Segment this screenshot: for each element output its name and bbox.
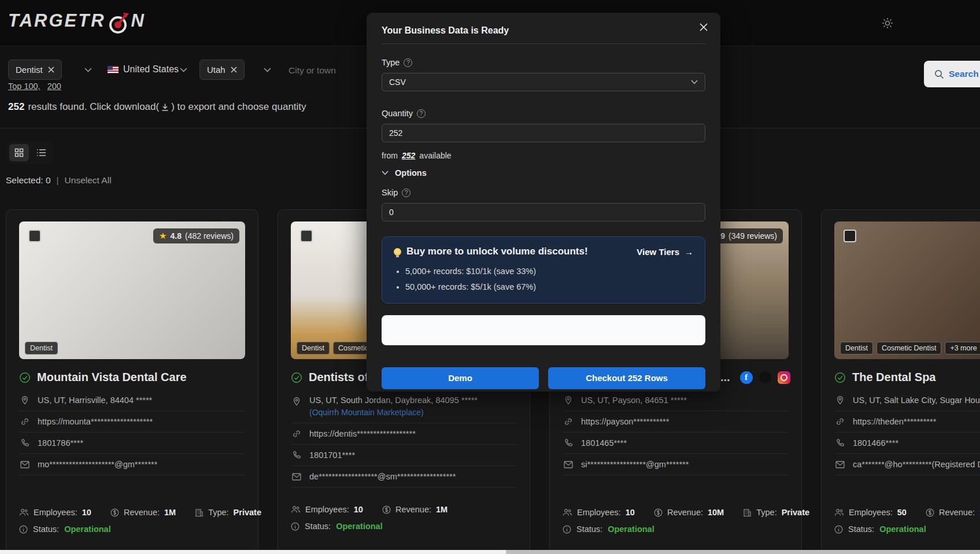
people-icon [291,505,301,514]
revenue-group: Revenue: 10M [654,508,724,517]
skip-field-label: Skip ? [382,188,705,197]
business-details: US, UT, Payson, 84651 ***** https://pays… [563,390,789,475]
email-row: ca*******@ho*********(Registered D [834,454,980,475]
state-chip-label: Utah [207,65,225,75]
quantity-input[interactable] [382,124,705,142]
mail-icon [835,461,845,468]
employees-label: Employees: [577,508,621,517]
arrow-right-icon: → [685,247,693,257]
category-filter-chip[interactable]: Dentist [8,60,62,80]
top-100-link[interactable]: Top 100, [8,82,40,91]
discount-bullet-list: 5,000+ records: $10/1k (save 33%) 50,000… [394,264,693,295]
status-value: Operational [336,522,383,531]
from-label: from [382,151,398,160]
state-dropdown-chevron-icon[interactable] [264,68,271,72]
business-card: ★ 4.8 (482 reviews) Dentist Mountain Vis… [6,209,258,554]
employees-label: Employees: [305,505,349,514]
help-icon[interactable]: ? [417,109,426,118]
tag: +3 more [945,342,980,354]
view-tiers-link[interactable]: View Tiers → [637,247,693,257]
select-checkbox[interactable] [844,230,856,242]
people-icon [834,508,844,516]
app-logo[interactable]: TARGETR N [8,9,146,32]
link-icon [564,417,574,426]
search-button[interactable]: Search [924,61,980,87]
location-text: US, UT, Harrisville, 84404 ***** [38,396,152,405]
phone-text: 1801465**** [581,438,627,448]
state-filter-chip[interactable]: Utah [199,60,245,80]
tag: Dentist [840,342,873,354]
mail-icon [20,461,30,468]
help-icon[interactable]: ? [404,58,412,67]
business-name[interactable]: Mountain Vista Dental Care [37,371,187,384]
phone-row: 1801466**** [834,433,980,454]
available-count-link[interactable]: 252 [402,151,415,160]
list-view-button[interactable] [31,144,51,161]
available-line: from 252 available [382,151,705,160]
checkout-button[interactable]: Checkout 252 Rows [548,367,705,389]
target-dart-icon [107,12,130,35]
rating-badge: ★ 4.8 (482 reviews) [153,228,239,243]
close-icon[interactable] [700,23,708,31]
business-photo[interactable]: Dentist Cosmetic Dentist +3 more [834,221,980,359]
people-icon [563,508,572,516]
select-checkbox[interactable] [28,230,41,242]
unselect-all-link[interactable]: Unselect All [65,175,112,186]
horizontal-scrollbar[interactable] [0,550,980,554]
type-group: Type: Private [743,508,809,517]
top-200-link[interactable]: 200 [47,82,61,91]
business-details: US, UT, Harrisville, 84404 ***** https:/… [19,390,245,475]
theme-toggle-button[interactable] [879,15,896,31]
location-row: US, UT, Harrisville, 84404 ***** [19,390,245,411]
revenue-value: 10M [708,508,724,517]
employees-label: Employees: [849,508,893,517]
export-type-value: CSV [389,77,406,87]
facebook-icon[interactable]: f [740,371,753,384]
phone-text: 1801786**** [38,438,83,448]
captcha-placeholder[interactable] [382,315,705,345]
x-icon[interactable] [759,371,771,383]
social-icons: f [740,371,790,384]
country-selector[interactable]: United States [108,64,179,75]
results-summary: 252 results found. Click download( ) to … [8,101,306,113]
type-field-label: Type ? [382,58,705,67]
business-meta: Employees: 50 Revenue: 10M [834,508,980,534]
promo-header: Buy more to unlock volume discounts! Vie… [394,246,693,257]
business-name[interactable]: The Dental Spa [852,371,935,384]
promo-title-wrap: Buy more to unlock volume discounts! [394,246,588,257]
tag: Dentist [297,342,330,354]
status-label: Status: [305,522,331,531]
revenue-group: Revenue: 10M [926,508,980,517]
remove-state-icon[interactable] [231,67,237,73]
select-checkbox[interactable] [300,230,313,242]
phone-text: 1801466**** [853,438,898,448]
help-icon[interactable]: ? [402,189,411,197]
revenue-label: Revenue: [395,505,431,514]
employees-value: 10 [354,505,363,514]
demo-button[interactable]: Demo [382,367,539,389]
location-pin-icon [292,397,302,406]
business-photo[interactable]: ★ 4.8 (482 reviews) Dentist [19,221,245,359]
country-dropdown-chevron-icon[interactable] [180,68,187,72]
skip-input[interactable] [382,203,705,221]
phone-icon [835,438,845,448]
category-dropdown-chevron-icon[interactable] [84,68,92,72]
reviews-count: (482 reviews) [185,231,234,241]
location-extra-link[interactable]: (Oquirrh Mountain Marketplace) [309,408,478,417]
view-toggle [7,142,53,164]
rating-value: 4.8 [171,231,182,241]
phone-icon [20,438,30,448]
discount-bullet: 5,000+ records: $10/1k (save 33%) [405,264,693,279]
modal-title: Your Business Data is Ready [382,25,705,44]
export-modal: Your Business Data is Ready Type ? CSV Q… [367,13,720,392]
promo-title: Buy more to unlock volume discounts! [406,246,588,257]
remove-category-icon[interactable] [48,67,54,73]
instagram-icon[interactable] [778,371,790,384]
status-label: Status: [576,525,602,534]
export-type-select[interactable]: CSV [382,73,705,91]
email-text: de******************@sm*****************… [309,472,456,481]
scrollbar-thumb[interactable] [0,550,506,554]
options-toggle[interactable]: Options [382,168,705,178]
grid-view-button[interactable] [9,144,29,161]
location-block: US, UT, South Jordan, Daybreak, 84095 **… [309,396,478,417]
